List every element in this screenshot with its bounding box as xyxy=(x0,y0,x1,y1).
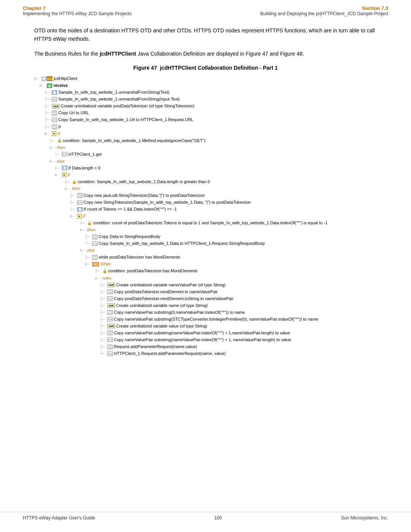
copy-icon4: 📋 xyxy=(92,235,97,239)
node-httpclient-get: └─ <> HTTPClient_1.get xyxy=(34,151,377,158)
copy-icon6: 📋 xyxy=(107,310,113,315)
if-tokens-label: If xyxy=(83,213,85,219)
node-condition2: ├─ 🔒 condition: Sample_In_with_top_websi… xyxy=(34,179,377,185)
node-while-condition: ├─ 🔒 condition: postDataTokenizer.has Mo… xyxy=(34,268,377,274)
node-if-inner: ⊕- ✦ If xyxy=(34,172,377,178)
main-content: OTD onto the nodes of a destination HTTP… xyxy=(0,19,411,365)
script-icon4: <> xyxy=(77,200,83,205)
copy-nextelement-label: Copy postDataTokenizer.nextElement to na… xyxy=(114,289,218,295)
else2-label: else xyxy=(87,247,95,254)
node-copy-if: ├─ 📋 If xyxy=(34,124,377,130)
lock-icon4: 🔒 xyxy=(102,268,107,274)
copy-icon2: 📋 xyxy=(52,125,57,129)
httpclient-get-label: HTTPClient_1.get xyxy=(68,151,102,158)
node-copy-tokenizer2: ├─ <> Copy new StringTokenizer(Sample_In… xyxy=(34,199,377,206)
node-rules: ⊕- rules xyxy=(34,275,377,281)
root-expand[interactable]: - xyxy=(42,77,46,81)
doc-icon1: 📄 xyxy=(52,90,57,95)
unmarshal2-label: Sample_In_with_top_website_1.unmarshalFr… xyxy=(58,96,180,102)
copy-icon3: 📋 xyxy=(77,193,83,198)
header-right: Section 7.3 Building and Deploying the p… xyxy=(260,5,388,16)
copy-if-label: If xyxy=(58,124,61,130)
while-doc-label: while postDataTokenizer has MoreElements xyxy=(99,254,180,260)
node-var-namevaluepair: ├─ VAR Create uninitialized variable nam… xyxy=(34,282,377,288)
node-then1: ⊕- then xyxy=(34,144,377,151)
root-label: jcdHttpClient xyxy=(54,75,77,82)
node-copy-addparam2: └─ <> HTTPClient_1.Request.addParameterR… xyxy=(34,350,377,357)
figure-caption: jcdHTTPClient Collaboration Definition -… xyxy=(160,65,278,71)
node-create-tokenizer: ├─ VAR Create uninitialized variable pos… xyxy=(34,103,377,109)
node-copy-addparam1: ├─ 📋 Request.addParameterRequest(name,va… xyxy=(34,343,377,350)
intro-paragraph1: OTD onto the nodes of a destination HTTP… xyxy=(34,26,377,43)
var-value-label: Create uninitialized variable value (of … xyxy=(116,323,207,329)
copy-icon1: 📋 xyxy=(52,111,57,115)
footer-left: HTTPS eWay Adapter User's Guide xyxy=(23,515,95,521)
intro-p2-bold: jcdHTTPClient xyxy=(100,51,136,57)
copy-icon5: 📋 xyxy=(107,289,113,294)
copy-count-label: If count of Tokens == 1 && Data.indexOf(… xyxy=(84,206,177,212)
intro-p2-start: The Business Rules for the xyxy=(34,51,100,57)
node-receive: ⊕- ▶ receive xyxy=(34,82,377,89)
node-copy-data-body: ├─ 📋 Copy Data to StringRequestBody xyxy=(34,233,377,240)
node-if-data-length: ├─ 📄 If Data.length > 0 xyxy=(34,165,377,171)
copy-icon8: 📋 xyxy=(107,345,113,349)
node-copy-value1: ├─ 📋 Copy nameValuePair.substring(nameVa… xyxy=(34,330,377,336)
copy-icon7: 📋 xyxy=(107,331,113,335)
node-unmarshal2: ├─ <> Sample_In_with_top_website_1.unmar… xyxy=(34,96,377,102)
node-if-tokens: ⊕- ✦ If xyxy=(34,213,377,219)
intro-p2-end: Java Collaboration Definition are displa… xyxy=(136,51,304,57)
figure-title: Figure 47 jcdHTTPClient Collaboration De… xyxy=(34,65,377,71)
intro-paragraph2: The Business Rules for the jcdHTTPClient… xyxy=(34,50,377,58)
node-copy-nextelement: ├─ 📋 Copy postDataTokenizer.nextElement … xyxy=(34,289,377,295)
receive-icon: ▶ xyxy=(47,83,52,88)
var-name-label: Create uninitialized variable name (of t… xyxy=(116,302,208,309)
unmarshal1-label: Sample_In_with_top_website_1.unmarshalFr… xyxy=(58,89,169,96)
node-copy-tokenizer1: ├─ 📋 Copy new java.util.StringTokenizer(… xyxy=(34,192,377,199)
node-var-name: ├─ VAR Create uninitialized variable nam… xyxy=(34,302,377,309)
lock-icon2: 🔒 xyxy=(72,179,76,185)
node-copy-url: ├─ 📋 Copy Url to URL xyxy=(34,110,377,116)
then3-label: then xyxy=(87,227,95,233)
if-icon-inner: ✦ xyxy=(62,173,67,177)
copy-name1-label: Copy nameValuePair.substring(0,nameValue… xyxy=(114,309,245,316)
copy-name2-label: Copy nameValuePair.substring(STCTypeConv… xyxy=(114,316,318,323)
node-copy-name1: ├─ 📋 Copy nameValuePair.substring(0,name… xyxy=(34,309,377,316)
while-condition-label: condition: postDataTokenizer.has MoreEle… xyxy=(108,268,198,274)
page-header: Chapter 7 Implementing the HTTPS eWay JC… xyxy=(0,0,411,19)
if-outer-label: If xyxy=(57,131,60,137)
chapter-subtitle: Implementing the HTTPS eWay JCD Sample P… xyxy=(23,11,132,16)
then2-label: then xyxy=(72,185,80,192)
node-copy-value2: ├─ <> Copy nameValuePair.substring(nameV… xyxy=(34,337,377,343)
header-left: Chapter 7 Implementing the HTTPS eWay JC… xyxy=(23,5,132,16)
script-icon9: <> xyxy=(107,351,113,356)
node-copy-name2: ├─ <> Copy nameValuePair.substring(STCTy… xyxy=(34,316,377,323)
chapter-label: Chapter 7 xyxy=(23,5,132,11)
node-else1: ⊕- else xyxy=(34,158,377,165)
node-while-doc: ├─ 📋 while postDataTokenizer has MoreEle… xyxy=(34,254,377,260)
root-icon: JCD xyxy=(46,76,53,81)
if-icon-outer: ✦ xyxy=(52,131,56,136)
node-condition3: ├─ 🔒 condition: count of postDataTokeniz… xyxy=(34,220,377,226)
copy-url2-label: Copy Sample_In_with_top_website_1.Url to… xyxy=(58,117,193,123)
doc-icon2: 📄 xyxy=(62,166,67,170)
script-icon8: <> xyxy=(107,337,113,342)
node-var-value: ├─ VAR Create uninitialized variable val… xyxy=(34,323,377,329)
copy-tokenizer1-label: Copy new java.util.StringTokenizer(Data,… xyxy=(84,192,205,199)
figure-label: Figure 47 xyxy=(133,65,157,71)
script-icon1: <> xyxy=(52,97,57,102)
node-copy-data-body2: └─ <> Copy Sample_In_with_top_website_1.… xyxy=(34,240,377,247)
lock-icon3: 🔒 xyxy=(87,220,92,226)
copy-data-body-label: Copy Data to StringRequestBody xyxy=(99,233,160,240)
if-data-length-label: If Data.length > 0 xyxy=(68,165,100,171)
var-icon4: VAR xyxy=(107,324,115,328)
copy-tokenizer2-label: Copy new StringTokenizer(Sample_In_with_… xyxy=(84,199,251,206)
script-icon5: <> xyxy=(92,241,97,246)
footer-center: 100 xyxy=(214,515,222,521)
tree-diagram: ⊕- - JCD jcdHttpClient ⊕- ▶ receive ├─ 📄… xyxy=(34,75,377,357)
node-copy-url2: ├─ <> Copy Sample_In_with_top_website_1.… xyxy=(34,117,377,123)
page: Chapter 7 Implementing the HTTPS eWay JC… xyxy=(0,0,411,532)
copy-data-body2-label: Copy Sample_In_with_top_website_1.Data t… xyxy=(99,240,265,247)
node-else2: ⊕- else xyxy=(34,247,377,254)
node-then2: ⊕- then xyxy=(34,185,377,192)
then1-label: then xyxy=(57,144,65,151)
